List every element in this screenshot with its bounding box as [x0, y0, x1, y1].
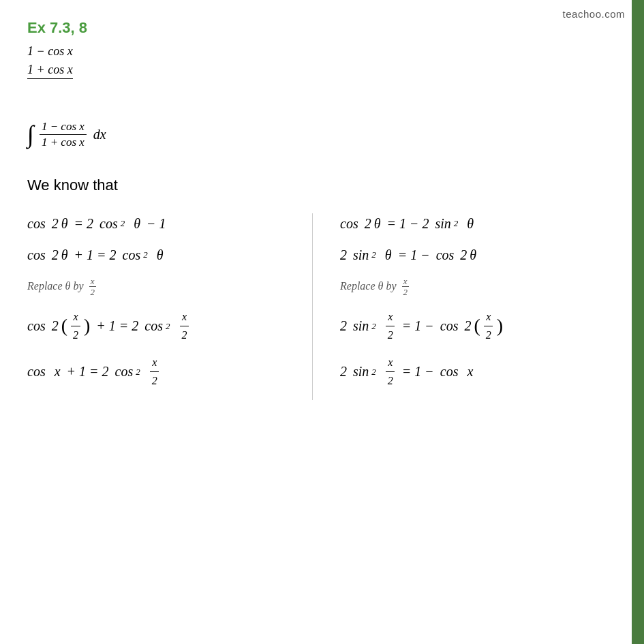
top-fraction: 1 − cos x 1 + cos x	[27, 44, 73, 79]
right-column: cos 2θ = 1 − 2 sin2 θ 2 sin2 θ = 1 − cos…	[313, 213, 604, 400]
left-line-2: cos 2θ + 1 = 2 cos2 θ	[27, 245, 292, 265]
left-line-3: cos 2 ( x 2 ) + 1 = 2 cos2 x 2	[27, 309, 292, 343]
left-replace-frac: x 2	[89, 276, 96, 298]
right-bar	[632, 0, 644, 644]
two-column-layout: cos 2θ = 2 cos2 θ − 1 cos 2θ + 1 = 2 cos…	[27, 213, 604, 400]
integral-expression: ∫ 1 − cos x 1 + cos x dx	[27, 120, 604, 149]
right-line3-frac2: x 2	[484, 309, 493, 343]
main-content: Ex 7.3, 8 1 − cos x 1 + cos x ∫ 1 − cos …	[0, 0, 632, 414]
left-column: cos 2θ = 2 cos2 θ − 1 cos 2θ + 1 = 2 cos…	[27, 213, 313, 400]
right-line3-frac: x 2	[386, 309, 395, 343]
right-line-2: 2 sin2 θ = 1 − cos 2θ	[340, 245, 604, 265]
integral-dx: dx	[93, 127, 106, 142]
left-line3-frac: x 2	[71, 309, 80, 343]
top-fraction-numerator: 1 − cos x	[27, 44, 73, 61]
integral-frac-numerator: 1 − cos x	[40, 120, 87, 135]
we-know-heading: We know that	[27, 177, 604, 194]
right-replace-frac: x 2	[401, 276, 409, 298]
integral-frac-denominator: 1 + cos x	[40, 135, 87, 149]
left-line3-frac2: x 2	[180, 309, 189, 343]
top-fraction-display: 1 − cos x 1 + cos x	[27, 44, 604, 99]
right-replace-note: Replace θ by x 2	[340, 276, 604, 298]
left-line4-frac: x 2	[150, 354, 159, 389]
integral-sign: ∫	[27, 122, 34, 147]
ex-heading: Ex 7.3, 8	[27, 19, 604, 37]
left-line-4: cos x + 1 = 2 cos2 x 2	[27, 354, 292, 389]
left-replace-note: Replace θ by x 2	[27, 276, 292, 298]
right-line-4: 2 sin2 x 2 = 1 − cos x	[340, 354, 604, 389]
right-line-1: cos 2θ = 1 − 2 sin2 θ	[340, 213, 604, 234]
integral-inline-frac: 1 − cos x 1 + cos x	[40, 120, 87, 149]
top-fraction-denominator: 1 + cos x	[27, 61, 73, 78]
integral-fraction: 1 − cos x 1 + cos x	[38, 120, 88, 149]
left-line-1: cos 2θ = 2 cos2 θ − 1	[27, 213, 292, 234]
right-line4-frac: x 2	[386, 354, 395, 389]
right-line-3: 2 sin2 x 2 = 1 − cos 2 ( x 2 )	[340, 309, 604, 343]
